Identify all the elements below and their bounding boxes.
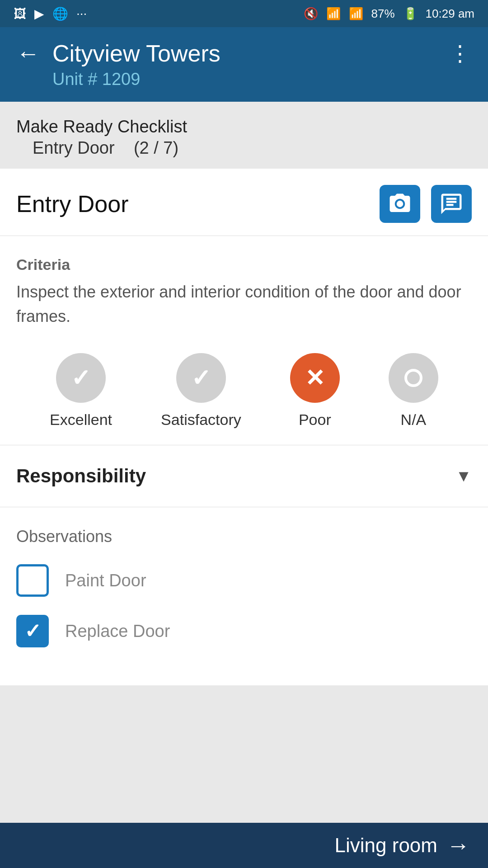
rating-poor[interactable]: ✕ Poor: [290, 353, 340, 429]
play-icon: ▶: [34, 6, 44, 21]
next-arrow-icon: →: [446, 832, 470, 859]
rating-label-na: N/A: [401, 411, 427, 429]
criteria-label: Criteria: [16, 256, 472, 274]
app-header: ← Cityview Towers ⋮ Unit # 1209: [0, 27, 488, 102]
unit-subtitle: Unit # 1209: [16, 70, 472, 89]
x-icon-poor: ✕: [305, 366, 325, 390]
observation-text-replace-door: Replace Door: [65, 622, 170, 641]
battery-icon: 🔋: [403, 7, 418, 21]
back-button[interactable]: ←: [16, 42, 40, 65]
observation-replace-door[interactable]: ✓ Replace Door: [16, 615, 472, 647]
status-bar: 🖼 ▶ 🌐 ··· 🔇 📶 📶 87% 🔋 10:29 am: [0, 0, 488, 27]
breadcrumb-progress: [119, 138, 129, 157]
rating-circle-poor: ✕: [290, 353, 340, 403]
rating-excellent[interactable]: ✓ Excellent: [50, 353, 112, 429]
header-top: ← Cityview Towers ⋮: [16, 40, 472, 67]
observations-label: Observations: [16, 527, 472, 546]
camera-icon: [388, 192, 412, 216]
card-header-icons: [380, 185, 472, 223]
image-icon: 🖼: [14, 6, 26, 21]
breadcrumb-item-name: Entry Door: [33, 138, 115, 157]
check-icon-satisfactory: ✓: [191, 366, 211, 390]
camera-button[interactable]: [380, 185, 420, 223]
time-display: 10:29 am: [426, 7, 474, 21]
signal-icon: 📶: [349, 7, 363, 21]
status-bar-left: 🖼 ▶ 🌐 ···: [14, 6, 87, 21]
rating-na[interactable]: N/A: [389, 353, 438, 429]
mute-icon: 🔇: [304, 7, 318, 21]
breadcrumb-item: Entry Door (2 / 7): [16, 138, 472, 158]
wifi-icon: 📶: [326, 7, 341, 21]
rating-circle-na: [389, 353, 438, 403]
checkbox-paint-door[interactable]: [16, 564, 49, 597]
responsibility-dropdown[interactable]: Responsibility ▼: [0, 445, 488, 507]
checkbox-replace-door[interactable]: ✓: [16, 615, 49, 647]
card-title: Entry Door: [16, 190, 129, 217]
rating-label-poor: Poor: [299, 411, 331, 429]
check-icon-excellent: ✓: [71, 366, 91, 390]
responsibility-label: Responsibility: [16, 465, 146, 487]
criteria-section: Criteria Inspect the exterior and interi…: [0, 236, 488, 445]
criteria-text: Inspect the exterior and interior condit…: [16, 280, 472, 329]
notes-button[interactable]: [431, 185, 472, 223]
checklist-title: Make Ready Checklist: [16, 117, 472, 137]
next-section-label: Living room: [335, 834, 437, 857]
battery-level: 87%: [371, 7, 395, 21]
rating-circle-satisfactory: ✓: [176, 353, 226, 403]
notes-icon: [439, 192, 464, 216]
rating-options: ✓ Excellent ✓ Satisfactory ✕ Poor: [16, 353, 472, 429]
bottom-navigation[interactable]: Living room →: [0, 823, 488, 868]
header-left: ← Cityview Towers: [16, 40, 221, 67]
radio-icon-na: [404, 369, 422, 387]
observations-section: Observations Paint Door ✓ Replace Door: [0, 507, 488, 685]
breadcrumb-section: Make Ready Checklist Entry Door (2 / 7): [0, 102, 488, 169]
breadcrumb-progress-count: (2 / 7): [134, 138, 178, 157]
main-card: Entry Door Criteria Inspect the exterior…: [0, 169, 488, 685]
check-icon-replace-door: ✓: [24, 621, 41, 641]
rating-label-excellent: Excellent: [50, 411, 112, 429]
rating-circle-excellent: ✓: [56, 353, 106, 403]
ellipsis-icon: ···: [76, 6, 87, 21]
observation-paint-door[interactable]: Paint Door: [16, 564, 472, 597]
observation-text-paint-door: Paint Door: [65, 571, 146, 590]
card-header: Entry Door: [0, 169, 488, 236]
globe-icon: 🌐: [52, 6, 68, 21]
status-bar-right: 🔇 📶 📶 87% 🔋 10:29 am: [304, 7, 474, 21]
rating-satisfactory[interactable]: ✓ Satisfactory: [161, 353, 241, 429]
rating-label-satisfactory: Satisfactory: [161, 411, 241, 429]
app-title: Cityview Towers: [52, 40, 221, 67]
chevron-down-icon: ▼: [455, 467, 472, 486]
more-options-button[interactable]: ⋮: [449, 41, 472, 66]
